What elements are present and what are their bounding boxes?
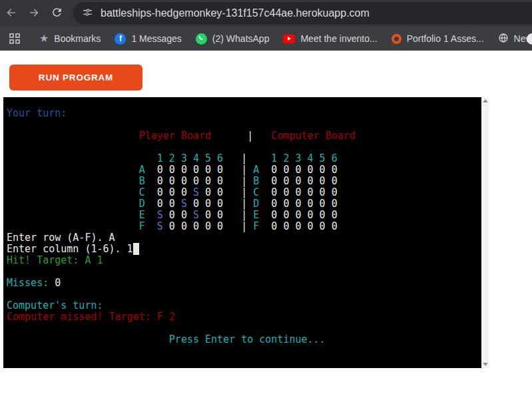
bookmark-portfolio[interactable]: Portfolio 1 Asses... — [392, 33, 484, 44]
terminal-container: Your turn: Player Board | Computer Board… — [0, 97, 532, 368]
terminal-line — [7, 289, 481, 300]
bookmarks-bar: ★ Bookmarks f 1 Messages (2) WhatsApp Me… — [0, 27, 532, 51]
terminal-line — [7, 266, 481, 278]
whatsapp-icon — [196, 33, 207, 45]
bookmark-label: Portfolio 1 Asses... — [407, 33, 484, 44]
terminal-line — [7, 142, 481, 153]
bookmark-youtube[interactable]: Meet the invento... — [283, 33, 377, 44]
facebook-icon: f — [115, 33, 126, 45]
terminal-line: Enter row (A-F). A — [7, 232, 481, 244]
terminal-line: Computer's turn: — [7, 300, 481, 311]
browser-toolbar: battleships-hedgemonkey-131f157c44ae.her… — [0, 0, 532, 27]
youtube-icon — [283, 35, 295, 43]
terminal-line — [7, 119, 481, 130]
terminal-line: Your turn: — [7, 108, 481, 119]
bookmark-whatsapp[interactable]: (2) WhatsApp — [196, 33, 270, 45]
terminal-output[interactable]: Your turn: Player Board | Computer Board… — [3, 97, 481, 368]
terminal-line: Computer missed! Target: F 2 — [7, 311, 481, 323]
terminal-line: A 0 0 0 0 0 0 | A 0 0 0 0 0 0 — [7, 164, 481, 176]
terminal-line: Player Board | Computer Board — [7, 130, 481, 142]
terminal-line: Enter column (1-6). 1 — [7, 244, 481, 255]
terminal-line: B 0 0 0 0 0 0 | B 0 0 0 0 0 0 — [7, 176, 481, 187]
globe-icon — [498, 33, 509, 45]
apps-grid-button[interactable] — [0, 27, 20, 50]
star-icon: ★ — [39, 33, 49, 44]
text-cursor — [133, 243, 139, 255]
ring-icon — [392, 34, 401, 44]
back-button[interactable] — [0, 2, 23, 25]
url-text[interactable]: battleships-hedgemonkey-131f157c44ae.her… — [101, 7, 370, 19]
bookmark-label: (2) WhatsApp — [212, 33, 270, 44]
forward-button[interactable] — [23, 2, 45, 25]
run-program-button[interactable]: RUN PROGRAM — [9, 65, 142, 91]
apps-grid-icon — [9, 33, 20, 44]
bookmark-messages[interactable]: f 1 Messages — [115, 33, 181, 45]
terminal-line: Misses: 0 — [7, 278, 481, 289]
terminal-line: E S 0 0 S 0 0 | E 0 0 0 0 0 0 — [7, 210, 481, 221]
bookmark-label: 1 Messages — [131, 33, 181, 44]
bookmark-bookmarks[interactable]: ★ Bookmarks — [39, 33, 101, 44]
reload-button[interactable] — [45, 2, 68, 25]
terminal-line: F S 0 0 0 0 0 | F 0 0 0 0 0 0 — [7, 221, 481, 232]
reload-icon — [51, 6, 63, 21]
terminal-scrollbar[interactable] — [481, 97, 489, 368]
forward-arrow-icon — [27, 6, 41, 21]
site-settings-icon[interactable] — [82, 7, 93, 21]
page-content: RUN PROGRAM Your turn: Player Board | Co… — [0, 65, 532, 368]
terminal-line: C 0 0 0 S 0 0 | C 0 0 0 0 0 0 — [7, 187, 481, 198]
url-bar[interactable]: battleships-hedgemonkey-131f157c44ae.her… — [73, 2, 532, 25]
bookmark-label: Bookmarks — [54, 33, 101, 44]
terminal-line: D 0 0 S 0 0 0 | D 0 0 0 0 0 0 — [7, 198, 481, 210]
terminal-line: 1 2 3 4 5 6 | 1 2 3 4 5 6 — [7, 153, 481, 164]
bookmark-label: Meet the invento... — [300, 33, 377, 44]
terminal-line: Press Enter to continue... — [7, 334, 481, 345]
back-arrow-icon — [5, 6, 18, 21]
scroll-up-icon[interactable] — [483, 99, 488, 102]
terminal-line: Hit! Target: A 1 — [7, 255, 481, 266]
terminal-line — [7, 323, 481, 334]
scroll-down-icon[interactable] — [483, 363, 488, 366]
